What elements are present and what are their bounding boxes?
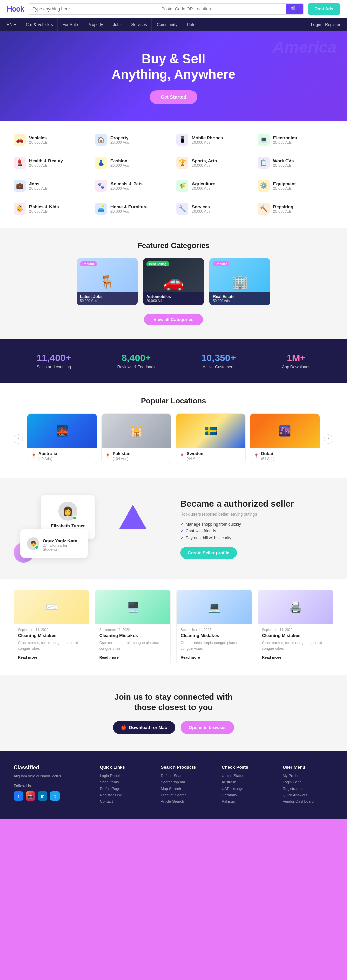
logo: Hook <box>7 5 24 14</box>
footer-link-register-link[interactable]: Register Link <box>100 793 151 797</box>
blog-card-1[interactable]: ⌨️ September 11, 2022 Cleaning Mistakes … <box>14 590 90 664</box>
nav-item-pets[interactable]: Pets <box>182 18 200 31</box>
view-all-button[interactable]: View all Categories <box>144 313 203 325</box>
footer-link-contact[interactable]: Contact <box>100 799 151 803</box>
cat-name: Equipment <box>273 181 296 186</box>
facebook-icon[interactable]: f <box>14 791 23 801</box>
linkedin-icon[interactable]: in <box>38 791 48 801</box>
category-babies-kids[interactable]: 👶 Babies & Kids 20,000 Ads <box>14 200 90 218</box>
download-mac-button[interactable]: 🍎 Download for Mac <box>113 721 175 734</box>
sweden-image: 🇸🇪 <box>176 414 245 447</box>
login-link[interactable]: Login <box>311 22 321 27</box>
footer-link-login-panel[interactable]: Login Panel <box>100 774 151 778</box>
hero-cta-button[interactable]: Get Started <box>150 90 197 104</box>
category-animals-pets[interactable]: 🐾 Animals & Pets 20,000 Ads <box>95 177 171 194</box>
fashion-icon: 👗 <box>95 157 107 169</box>
real-estate-label: Real Estate 50,000 Ads <box>209 291 270 305</box>
create-seller-button[interactable]: Create Seller profile <box>180 547 237 559</box>
stat-reviews-label: Reviews & Feedback <box>117 365 155 369</box>
cat-ads: 20,000 Ads <box>192 209 210 213</box>
footer-link-shop-items[interactable]: Shop Items <box>100 780 151 784</box>
location-australia[interactable]: 🌉 📍 Australia (40 Ads) <box>27 414 97 465</box>
search-input[interactable] <box>29 4 157 14</box>
featured-card-latest-jobs[interactable]: 🪑 Popular Latest Jobs 50,000 Ads <box>77 258 138 305</box>
category-mobile-phones[interactable]: 📱 Mobile Phones 20,000 Ads <box>176 131 252 148</box>
nav-item-car-vehicles[interactable]: Car & Vehicles <box>21 18 58 31</box>
footer-link-default-search[interactable]: Default Search <box>161 774 212 778</box>
cat-ads: 20,000 Ads <box>273 209 293 213</box>
footer-link-login-panel-2[interactable]: Login Panel <box>283 780 333 784</box>
australia-info: 📍 Australia (40 Ads) <box>27 447 97 464</box>
footer-link-search-top-bar[interactable]: Search top bar <box>161 780 212 784</box>
category-electronics[interactable]: 💻 Electronics 20,000 Ads <box>257 131 333 148</box>
read-more-1[interactable]: Read more <box>18 655 37 659</box>
footer-link-quick-answers[interactable]: Quick Answers <box>283 793 333 797</box>
next-arrow[interactable]: › <box>324 434 333 444</box>
register-link[interactable]: Register <box>325 22 340 27</box>
footer-user-menu-list: My Profile Login Panel Registration Quic… <box>283 774 333 803</box>
repairing-icon: 🔨 <box>257 203 270 215</box>
post-ad-button[interactable]: Post Ads <box>308 3 340 14</box>
read-more-3[interactable]: Read more <box>181 655 200 659</box>
category-repairing[interactable]: 🔨 Repairing 20,000 Ads <box>257 200 333 218</box>
cat-ads: 20,000 Ads <box>110 186 143 191</box>
footer-link-vendor-dashboard[interactable]: Vendor Dashboard <box>283 799 333 803</box>
nav-item-for-sale[interactable]: For Sale <box>58 18 83 31</box>
category-vehicles[interactable]: 🚗 Vehicles 20,000 Ads <box>14 131 90 148</box>
footer-link-registration[interactable]: Registration <box>283 786 333 791</box>
footer-link-germany[interactable]: Germany <box>222 793 272 797</box>
category-home-furniture[interactable]: 🛋️ Home & Furniture 20,000 Ads <box>95 200 171 218</box>
category-services[interactable]: 🔧 Services 20,000 Ads <box>176 200 252 218</box>
featured-card-automobiles[interactable]: 🚗 Best Selling Automobiles 20,000 Ads <box>143 258 204 305</box>
nav-item-property[interactable]: Property <box>83 18 108 31</box>
pin-icon: 📍 <box>105 453 110 458</box>
category-work-cvs[interactable]: 📋 Work CVs 20,000 Ads <box>257 154 333 172</box>
footer-link-article-search[interactable]: Article Search <box>161 799 212 803</box>
nav-item-services[interactable]: Services <box>126 18 152 31</box>
search-button[interactable]: 🔍 <box>286 4 303 14</box>
footer-link-map-search[interactable]: Map Search <box>161 786 212 791</box>
footer-link-my-profile[interactable]: My Profile <box>283 774 333 778</box>
sweden-info: 📍 Sweden (44 Ads) <box>176 447 245 464</box>
twitter-icon[interactable]: t <box>50 791 60 801</box>
category-health-beauty[interactable]: 💄 Health & Beauty 20,000 Ads <box>14 154 90 172</box>
featured-card-real-estate[interactable]: 🏢 Popular Real Estate 50,000 Ads <box>209 258 270 305</box>
category-equipment[interactable]: ⚙️ Equipment 20,000 Ads <box>257 177 333 194</box>
cat-name: Electronics <box>273 135 297 140</box>
blog-text-4: Cras montes, turpis congue placerat cong… <box>262 640 329 651</box>
footer-link-pakistan[interactable]: Pakistan <box>222 799 272 803</box>
prev-arrow[interactable]: ‹ <box>14 434 23 444</box>
category-sports-arts[interactable]: 🏆 Sports, Arts 20,000 Ads <box>176 154 252 172</box>
category-jobs[interactable]: 💼 Jobs 20,000 Ads <box>14 177 90 194</box>
nav-lang[interactable]: EN ▾ <box>7 22 16 27</box>
category-fashion[interactable]: 👗 Fashion 20,000 Ads <box>95 154 171 172</box>
footer-link-profile-page[interactable]: Profile Page <box>100 786 151 791</box>
footer-link-united-states[interactable]: United States <box>222 774 272 778</box>
nav-item-community[interactable]: Community <box>152 18 182 31</box>
blog-card-3[interactable]: 💻 September 11, 2022 Cleaning Mistakes C… <box>176 590 252 664</box>
blog-date-2: September 11, 2022 <box>99 628 166 632</box>
blog-card-2[interactable]: 🖥️ September 11, 2022 Cleaning Mistakes … <box>95 590 171 664</box>
location-sweden[interactable]: 🇸🇪 📍 Sweden (44 Ads) <box>176 414 246 465</box>
location-input[interactable] <box>157 4 286 14</box>
footer-link-product-search[interactable]: Product Search <box>161 793 212 797</box>
location-pakistan[interactable]: 🕌 📍 Pakistan (104 Ads) <box>101 414 171 465</box>
stats-section: 11,400+ Sales and counting 8,400+ Review… <box>0 339 347 383</box>
cat-ads: 20,000 Ads <box>110 140 129 145</box>
sports-icon: 🏆 <box>176 157 189 169</box>
read-more-4[interactable]: Read more <box>262 655 281 659</box>
category-property[interactable]: 🏠 Property 20,000 Ads <box>95 131 171 148</box>
location-name: Australia <box>38 451 57 456</box>
footer-link-australia[interactable]: Australia <box>222 780 272 784</box>
read-more-2[interactable]: Read more <box>99 655 118 659</box>
nav-item-jobs[interactable]: Jobs <box>108 18 126 31</box>
location-dubai[interactable]: 🌆 📍 Dubai (54 Ads) <box>250 414 320 465</box>
instagram-icon[interactable]: 📷 <box>26 791 35 801</box>
open-browser-button[interactable]: Opens in browser <box>181 721 234 734</box>
blog-date-3: September 11, 2022 <box>181 628 248 632</box>
purple-triangle-decoration <box>119 505 146 529</box>
category-agriculture[interactable]: 🌾 Agriculture 20,000 Ads <box>176 177 252 194</box>
feature-payment: Payment bill with security <box>180 536 333 540</box>
footer-link-uae-listings[interactable]: UAE Listings <box>222 786 272 791</box>
blog-card-4[interactable]: 🖨️ September 11, 2022 Cleaning Mistakes … <box>257 590 333 664</box>
